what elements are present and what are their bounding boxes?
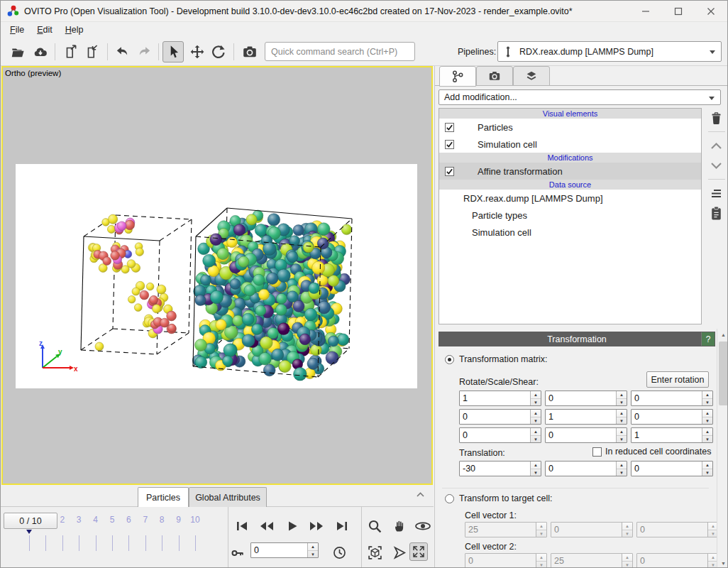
spin-down-icon[interactable]: ▼ xyxy=(531,436,541,443)
numeric-field[interactable] xyxy=(632,410,702,424)
spinner-buttons[interactable]: ▲▼ xyxy=(616,462,627,476)
play-button[interactable] xyxy=(282,517,303,535)
numeric-spinbox[interactable]: ▲▼ xyxy=(545,427,627,443)
timeline-marker[interactable] xyxy=(26,530,32,534)
spinner-buttons[interactable]: ▲▼ xyxy=(702,391,712,405)
radio-transform-to-target-cell[interactable]: Transform to target cell: xyxy=(445,493,553,503)
scrollbar-thumb[interactable] xyxy=(719,342,728,405)
current-frame-button[interactable]: 0 / 10 xyxy=(4,513,57,529)
numeric-spinbox[interactable]: ▲▼ xyxy=(545,461,627,476)
spinner-buttons[interactable]: ▲▼ xyxy=(530,410,541,424)
pipeline-item-affine-transformation[interactable]: Affine transformation xyxy=(439,163,701,180)
tab-pipeline[interactable] xyxy=(439,66,476,87)
spin-up-icon[interactable]: ▲ xyxy=(702,428,712,436)
spinner-buttons[interactable]: ▲▼ xyxy=(702,462,712,476)
numeric-field[interactable] xyxy=(460,410,530,424)
maximize-button[interactable] xyxy=(662,1,695,22)
load-remote-file-button[interactable] xyxy=(30,41,51,62)
reduced-coordinates-checkbox[interactable]: In reduced cell coordinates xyxy=(592,447,711,457)
animation-settings-clock-button[interactable] xyxy=(330,543,348,562)
spin-down-icon[interactable]: ▼ xyxy=(617,399,627,406)
checkbox-unchecked[interactable] xyxy=(592,447,602,457)
spin-up-icon[interactable]: ▲ xyxy=(702,391,712,399)
minimize-button[interactable] xyxy=(629,1,662,22)
spin-down-icon[interactable]: ▼ xyxy=(536,562,546,568)
numeric-field[interactable] xyxy=(251,543,307,557)
numeric-spinbox[interactable]: ▲▼ xyxy=(636,553,719,568)
spinner-buttons[interactable]: ▲▼ xyxy=(530,428,541,442)
numeric-spinbox[interactable]: ▲▼ xyxy=(459,461,541,476)
search-input[interactable] xyxy=(265,42,415,61)
spinner-buttons[interactable]: ▲▼ xyxy=(530,462,541,476)
numeric-spinbox[interactable]: ▲▼ xyxy=(465,553,547,568)
viewport-label[interactable]: Ortho (preview) xyxy=(5,69,61,77)
animation-settings-key-icon[interactable] xyxy=(229,544,246,562)
timeline-tick[interactable] xyxy=(179,535,180,551)
timeline-tick[interactable] xyxy=(112,535,113,551)
toggle-modifier-groups-button[interactable] xyxy=(703,183,728,203)
numeric-spinbox[interactable]: ▲▼ xyxy=(465,522,547,537)
spin-up-icon[interactable]: ▲ xyxy=(702,462,712,469)
first-frame-button[interactable] xyxy=(231,517,253,535)
numeric-field[interactable] xyxy=(546,428,616,442)
numeric-field[interactable] xyxy=(632,391,702,405)
numeric-spinbox[interactable]: ▲▼ xyxy=(545,390,627,406)
spinner-buttons[interactable]: ▲▼ xyxy=(622,554,632,568)
numeric-spinbox[interactable]: ▲▼ xyxy=(250,542,319,558)
spin-up-icon[interactable]: ▲ xyxy=(531,391,541,399)
numeric-spinbox[interactable]: ▲▼ xyxy=(631,409,713,425)
render-active-viewport-button[interactable] xyxy=(390,543,409,562)
add-modification-dropdown[interactable]: Add modification... xyxy=(439,89,721,105)
import-file-button[interactable] xyxy=(82,41,103,62)
open-file-button[interactable] xyxy=(7,41,28,62)
spinner-buttons[interactable]: ▲▼ xyxy=(536,523,546,537)
checkbox-checked[interactable] xyxy=(445,140,454,149)
tab-rendering[interactable] xyxy=(476,66,513,86)
spinner-buttons[interactable]: ▲▼ xyxy=(702,410,712,424)
numeric-spinbox[interactable]: ▲▼ xyxy=(631,461,713,476)
numeric-field[interactable] xyxy=(546,462,616,476)
spinner-buttons[interactable]: ▲▼ xyxy=(536,554,546,568)
numeric-spinbox[interactable]: ▲▼ xyxy=(459,427,541,443)
timeline-tick[interactable] xyxy=(29,535,30,551)
radio-unselected-icon[interactable] xyxy=(445,494,454,503)
spin-up-icon[interactable]: ▲ xyxy=(617,428,627,436)
spin-down-icon[interactable]: ▼ xyxy=(308,551,318,558)
menu-edit[interactable]: Edit xyxy=(31,23,59,36)
numeric-field[interactable] xyxy=(637,523,707,537)
numeric-spinbox[interactable]: ▲▼ xyxy=(551,553,633,568)
pipeline-selector-dropdown[interactable]: RDX.reax.dump [LAMMPS Dump] xyxy=(497,41,722,62)
close-button[interactable] xyxy=(695,1,727,22)
spin-up-icon[interactable]: ▲ xyxy=(531,428,541,436)
numeric-field[interactable] xyxy=(632,462,702,476)
pipeline-item-particles[interactable]: Particles xyxy=(439,119,701,136)
timeline-ruler[interactable]: 0 / 10 2345678910 xyxy=(1,507,228,568)
menu-help[interactable]: Help xyxy=(59,23,90,36)
numeric-spinbox[interactable]: ▲▼ xyxy=(636,522,719,537)
checkbox-checked[interactable] xyxy=(445,123,454,132)
redo-button[interactable] xyxy=(134,41,155,62)
spin-down-icon[interactable]: ▼ xyxy=(622,562,632,568)
pipeline-item-source-file[interactable]: RDX.reax.dump [LAMMPS Dump] xyxy=(439,190,701,207)
copy-pipeline-button[interactable] xyxy=(703,203,728,223)
spin-up-icon[interactable]: ▲ xyxy=(531,410,541,417)
spin-up-icon[interactable]: ▲ xyxy=(617,410,627,417)
zoom-tool-button[interactable] xyxy=(365,517,384,535)
spin-down-icon[interactable]: ▼ xyxy=(531,399,541,406)
radio-selected-icon[interactable] xyxy=(445,355,454,364)
zoom-scene-extents-button[interactable] xyxy=(365,543,384,562)
numeric-field[interactable] xyxy=(551,523,622,537)
pan-tool-button[interactable] xyxy=(390,517,409,535)
undo-button[interactable] xyxy=(111,41,133,62)
last-frame-button[interactable] xyxy=(331,517,353,535)
spin-down-icon[interactable]: ▼ xyxy=(531,417,541,425)
numeric-field[interactable] xyxy=(460,428,530,442)
tab-global-attributes[interactable]: Global Attributes xyxy=(189,487,267,507)
pipeline-item-simulation-cell[interactable]: Simulation cell xyxy=(439,136,701,153)
spin-down-icon[interactable]: ▼ xyxy=(622,530,632,537)
numeric-field[interactable] xyxy=(460,462,530,476)
delete-modifier-button[interactable] xyxy=(703,108,728,128)
spin-up-icon[interactable]: ▲ xyxy=(617,391,627,399)
spinner-buttons[interactable]: ▲▼ xyxy=(702,428,712,442)
move-modifier-down-button[interactable] xyxy=(703,155,728,175)
